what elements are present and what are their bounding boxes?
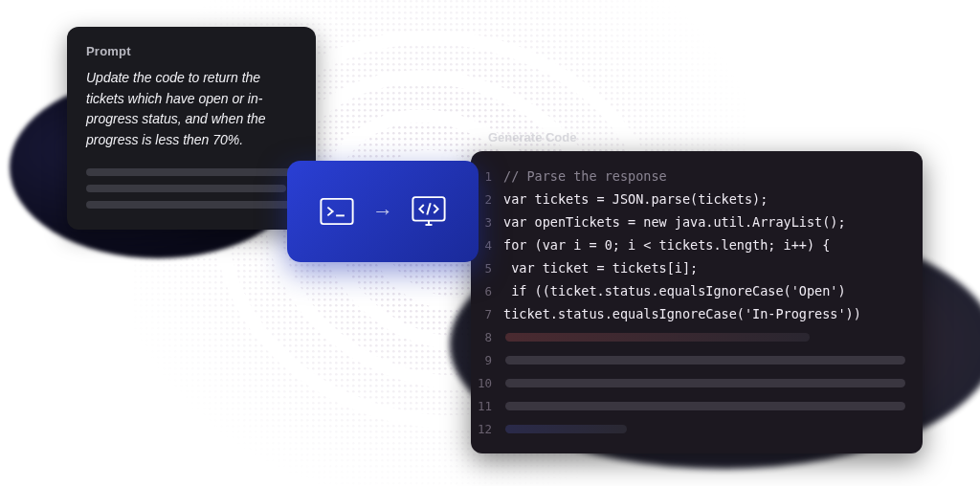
placeholder-line bbox=[505, 402, 905, 410]
terminal-icon bbox=[317, 191, 357, 232]
prompt-text: Update the code to return the tickets wh… bbox=[86, 68, 297, 151]
code-text: for (var i = 0; i < tickets.length; i++)… bbox=[503, 237, 830, 253]
code-text: var openTickets = new java.util.ArrayLis… bbox=[503, 214, 846, 230]
code-text: var tickets = JSON.parse(tickets); bbox=[503, 191, 768, 207]
placeholder-line bbox=[86, 201, 297, 209]
code-text: ticket.status.equalsIgnoreCase('In-Progr… bbox=[503, 306, 861, 321]
code-text: if ((ticket.status.equalsIgnoreCase('Ope… bbox=[503, 283, 846, 298]
line-number: 11 bbox=[471, 399, 503, 413]
line-number: 12 bbox=[471, 422, 503, 436]
line-number: 10 bbox=[471, 376, 503, 390]
code-line: 7 ticket.status.equalsIgnoreCase('In-Pro… bbox=[471, 302, 923, 325]
prompt-card: Prompt Update the code to return the tic… bbox=[67, 27, 316, 230]
svg-line-10 bbox=[427, 203, 431, 214]
line-number: 6 bbox=[471, 284, 503, 298]
svg-rect-7 bbox=[321, 199, 352, 224]
line-number: 7 bbox=[471, 307, 503, 321]
arrow-right-icon: → bbox=[372, 199, 393, 224]
code-line-placeholder: 9 bbox=[471, 348, 923, 371]
placeholder-line bbox=[86, 185, 286, 192]
code-line: 5 var ticket = tickets[i]; bbox=[471, 256, 923, 279]
line-number: 9 bbox=[471, 353, 503, 367]
prompt-placeholder-lines bbox=[86, 168, 297, 209]
code-text: // Parse the response bbox=[503, 168, 667, 184]
code-card: Generate Code 1 // Parse the response 2 … bbox=[471, 151, 923, 453]
code-screen-icon bbox=[409, 191, 449, 232]
placeholder-line bbox=[505, 425, 627, 433]
prompt-label: Prompt bbox=[86, 44, 297, 58]
code-line-placeholder: 8 bbox=[471, 325, 923, 348]
placeholder-line bbox=[505, 356, 905, 364]
code-line: 4 for (var i = 0; i < tickets.length; i+… bbox=[471, 233, 923, 256]
transform-badge: → bbox=[287, 161, 479, 262]
code-line: 1 // Parse the response bbox=[471, 165, 923, 188]
line-number: 8 bbox=[471, 330, 503, 344]
code-line: 3 var openTickets = new java.util.ArrayL… bbox=[471, 210, 923, 233]
code-line-placeholder: 11 bbox=[471, 394, 923, 417]
code-line-placeholder: 12 bbox=[471, 417, 923, 440]
line-number: 5 bbox=[471, 261, 503, 276]
placeholder-line bbox=[505, 333, 810, 342]
code-line: 6 if ((ticket.status.equalsIgnoreCase('O… bbox=[471, 279, 923, 302]
placeholder-line bbox=[505, 379, 905, 387]
code-line: 2 var tickets = JSON.parse(tickets); bbox=[471, 188, 923, 210]
code-label: Generate Code bbox=[488, 130, 576, 144]
placeholder-line bbox=[86, 168, 297, 176]
code-text: var ticket = tickets[i]; bbox=[503, 260, 698, 276]
code-line-placeholder: 10 bbox=[471, 371, 923, 394]
